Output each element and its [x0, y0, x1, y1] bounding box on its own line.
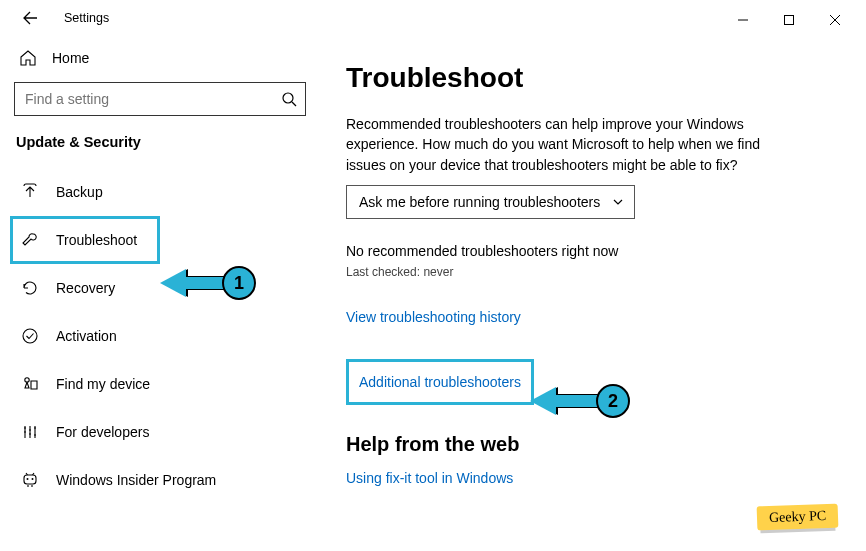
- annotation-arrow-1: 1: [160, 266, 256, 300]
- sidebar-item-label: Find my device: [56, 376, 150, 392]
- find-device-icon: [20, 374, 40, 394]
- activation-icon: [20, 326, 40, 346]
- minimize-button[interactable]: [720, 6, 766, 34]
- page-description: Recommended troubleshooters can help imp…: [346, 114, 766, 175]
- troubleshooter-mode-dropdown[interactable]: Ask me before running troubleshooters: [346, 185, 635, 219]
- maximize-icon: [783, 14, 795, 26]
- sidebar-item-home[interactable]: Home: [14, 42, 306, 82]
- arrow-left-icon: [22, 10, 38, 26]
- backup-icon: [20, 182, 40, 202]
- link-history[interactable]: View troubleshooting history: [346, 309, 521, 325]
- svg-rect-1: [785, 16, 794, 25]
- annotation-arrow-2: 2: [530, 384, 630, 418]
- home-icon: [18, 48, 38, 68]
- link-fixit[interactable]: Using fix-it tool in Windows: [346, 470, 513, 486]
- svg-point-2: [283, 93, 293, 103]
- recovery-icon: [20, 278, 40, 298]
- sidebar-category: Update & Security: [16, 134, 306, 150]
- sidebar-item-troubleshoot[interactable]: Troubleshoot: [14, 220, 306, 260]
- back-button[interactable]: [18, 6, 42, 30]
- watermark: Geeky PC: [756, 504, 838, 531]
- annotation-number-1: 1: [222, 266, 256, 300]
- svg-point-4: [23, 329, 37, 343]
- page-title: Troubleshoot: [346, 62, 826, 94]
- wrench-icon: [20, 230, 40, 250]
- search-icon: [281, 91, 297, 107]
- search-button[interactable]: [278, 88, 300, 110]
- annotation-number-2: 2: [596, 384, 630, 418]
- close-icon: [829, 14, 841, 26]
- sidebar-item-label: Recovery: [56, 280, 115, 296]
- search-input[interactable]: [14, 82, 306, 116]
- maximize-button[interactable]: [766, 6, 812, 34]
- svg-rect-6: [24, 475, 36, 484]
- link-additional-troubleshooters[interactable]: Additional troubleshooters: [359, 374, 521, 390]
- window-title: Settings: [64, 11, 109, 25]
- status-text: No recommended troubleshooters right now: [346, 243, 826, 259]
- home-label: Home: [52, 50, 89, 66]
- sidebar-item-label: Backup: [56, 184, 103, 200]
- chevron-down-icon: [612, 196, 624, 208]
- sidebar-item-find-device[interactable]: Find my device: [14, 364, 306, 404]
- close-button[interactable]: [812, 6, 858, 34]
- developers-icon: [20, 422, 40, 442]
- sidebar-item-label: Troubleshoot: [56, 232, 137, 248]
- svg-line-3: [292, 102, 296, 106]
- sidebar-item-activation[interactable]: Activation: [14, 316, 306, 356]
- minimize-icon: [737, 14, 749, 26]
- sidebar-item-insider[interactable]: Windows Insider Program: [14, 460, 306, 500]
- sidebar-item-label: For developers: [56, 424, 149, 440]
- sidebar-item-label: Windows Insider Program: [56, 472, 216, 488]
- annotation-highlight-2: Additional troubleshooters: [346, 359, 534, 405]
- svg-point-8: [32, 478, 34, 480]
- help-heading: Help from the web: [346, 433, 826, 456]
- insider-icon: [20, 470, 40, 490]
- svg-point-7: [27, 478, 29, 480]
- sidebar-item-label: Activation: [56, 328, 117, 344]
- last-checked-text: Last checked: never: [346, 265, 826, 279]
- sidebar-item-developers[interactable]: For developers: [14, 412, 306, 452]
- sidebar-item-backup[interactable]: Backup: [14, 172, 306, 212]
- main-content: Troubleshoot Recommended troubleshooters…: [320, 36, 866, 551]
- dropdown-value: Ask me before running troubleshooters: [359, 194, 600, 210]
